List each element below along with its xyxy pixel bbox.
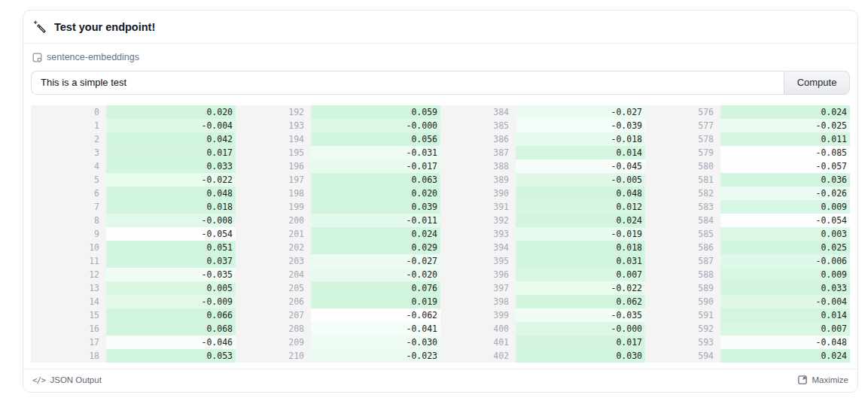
table-row: 584-0.054 bbox=[645, 214, 850, 227]
table-row: 400-0.000 bbox=[440, 322, 645, 336]
table-row: 3960.007 bbox=[440, 268, 645, 281]
table-row: 210-0.023 bbox=[236, 349, 440, 363]
embedding-value: -0.025 bbox=[720, 119, 850, 132]
compute-button[interactable]: Compute bbox=[784, 71, 850, 95]
embedding-index: 577 bbox=[645, 119, 720, 132]
embedding-index: 13 bbox=[31, 281, 106, 295]
table-row: 1-0.004 bbox=[31, 119, 236, 132]
embedding-value: -0.005 bbox=[516, 173, 645, 187]
table-row: 593-0.048 bbox=[645, 336, 850, 349]
table-row: 5-0.022 bbox=[31, 173, 236, 187]
table-row: 2010.024 bbox=[236, 227, 440, 241]
embedding-index: 590 bbox=[645, 295, 720, 308]
embedding-index: 18 bbox=[31, 349, 106, 363]
embedding-value: 0.056 bbox=[311, 132, 440, 146]
maximize-icon bbox=[798, 375, 807, 384]
embedding-column-group: 5760.024577-0.0255780.011579-0.085580-0.… bbox=[645, 105, 850, 363]
embedding-value: -0.035 bbox=[106, 268, 236, 281]
table-row: 209-0.030 bbox=[236, 336, 440, 349]
embedding-value: 0.036 bbox=[720, 173, 850, 187]
table-row: 389-0.005 bbox=[440, 173, 645, 187]
model-name: sentence-embeddings bbox=[47, 52, 139, 62]
embedding-index: 584 bbox=[645, 214, 720, 227]
embedding-value: 0.051 bbox=[106, 241, 236, 254]
model-link[interactable]: sentence-embeddings bbox=[32, 52, 139, 62]
embedding-index: 9 bbox=[31, 227, 106, 241]
card-header: Test your endpoint! bbox=[23, 11, 857, 44]
json-output-toggle[interactable]: </> JSON Output bbox=[32, 375, 102, 384]
embedding-value: 0.024 bbox=[720, 349, 850, 363]
embedding-value: 0.017 bbox=[516, 336, 645, 349]
embedding-value: 0.048 bbox=[516, 187, 645, 200]
table-row: 8-0.008 bbox=[31, 214, 236, 227]
table-row: 579-0.085 bbox=[645, 146, 850, 159]
embedding-index: 387 bbox=[440, 146, 516, 159]
embedding-index: 204 bbox=[236, 268, 311, 281]
table-row: 5920.007 bbox=[645, 322, 850, 336]
embedding-index: 585 bbox=[645, 227, 720, 241]
table-row: 1990.039 bbox=[236, 200, 440, 214]
table-row: 1970.063 bbox=[236, 173, 440, 187]
query-input[interactable] bbox=[31, 71, 784, 95]
embedding-index: 386 bbox=[440, 132, 516, 146]
embedding-index: 206 bbox=[236, 295, 311, 308]
embedding-value: -0.022 bbox=[516, 281, 645, 295]
embedding-index: 201 bbox=[236, 227, 311, 241]
table-row: 399-0.035 bbox=[440, 308, 645, 322]
code-icon: </> bbox=[32, 375, 45, 384]
embedding-column-group: 00.0201-0.00420.04230.01740.0335-0.02260… bbox=[31, 105, 236, 363]
table-row: 3900.048 bbox=[440, 187, 645, 200]
embedding-index: 205 bbox=[236, 281, 311, 295]
embedding-index: 581 bbox=[645, 173, 720, 187]
embedding-index: 0 bbox=[31, 105, 106, 119]
model-cube-icon bbox=[32, 53, 42, 62]
embedding-value: 0.007 bbox=[516, 268, 645, 281]
embedding-value: -0.057 bbox=[720, 159, 850, 173]
table-row: 384-0.027 bbox=[440, 105, 645, 119]
embedding-value: -0.020 bbox=[311, 268, 440, 281]
table-row: 5810.036 bbox=[645, 173, 850, 187]
embedding-index: 210 bbox=[236, 349, 311, 363]
table-row: 9-0.054 bbox=[31, 227, 236, 241]
table-row: 388-0.045 bbox=[440, 159, 645, 173]
maximize-button[interactable]: Maximize bbox=[798, 375, 848, 384]
embedding-index: 391 bbox=[440, 200, 516, 214]
table-row: 1940.056 bbox=[236, 132, 440, 146]
table-row: 5760.024 bbox=[645, 105, 850, 119]
embedding-index: 8 bbox=[31, 214, 106, 227]
embedding-index: 12 bbox=[31, 268, 106, 281]
embedding-value: 0.033 bbox=[720, 281, 850, 295]
embedding-index: 389 bbox=[440, 173, 516, 187]
embedding-value: 0.059 bbox=[311, 105, 440, 119]
embedding-value: -0.027 bbox=[516, 105, 645, 119]
embeddings-table: 00.0201-0.00420.04230.01740.0335-0.02260… bbox=[31, 105, 850, 363]
table-row: 180.053 bbox=[31, 349, 236, 363]
embedding-index: 588 bbox=[645, 268, 720, 281]
embedding-index: 207 bbox=[236, 308, 311, 322]
embedding-value: 0.048 bbox=[106, 187, 236, 200]
embedding-index: 392 bbox=[440, 214, 516, 227]
embedding-index: 197 bbox=[236, 173, 311, 187]
embedding-value: 0.037 bbox=[106, 254, 236, 268]
embedding-index: 14 bbox=[31, 295, 106, 308]
embedding-index: 2 bbox=[31, 132, 106, 146]
embedding-column-group: 384-0.027385-0.039386-0.0183870.014388-0… bbox=[440, 105, 645, 363]
table-row: 2060.019 bbox=[236, 295, 440, 308]
embedding-value: -0.008 bbox=[106, 214, 236, 227]
table-row: 3920.024 bbox=[440, 214, 645, 227]
table-row: 204-0.020 bbox=[236, 268, 440, 281]
embedding-value: 0.018 bbox=[106, 200, 236, 214]
embedding-value: -0.031 bbox=[311, 146, 440, 159]
embedding-value: -0.030 bbox=[311, 336, 440, 349]
table-row: 150.066 bbox=[31, 308, 236, 322]
embedding-index: 593 bbox=[645, 336, 720, 349]
table-row: 60.048 bbox=[31, 187, 236, 200]
embedding-value: -0.022 bbox=[106, 173, 236, 187]
table-row: 70.018 bbox=[31, 200, 236, 214]
embedding-value: 0.066 bbox=[106, 308, 236, 322]
table-row: 160.068 bbox=[31, 322, 236, 336]
embedding-value: 0.005 bbox=[106, 281, 236, 295]
table-row: 1980.020 bbox=[236, 187, 440, 200]
table-row: 5880.009 bbox=[645, 268, 850, 281]
table-row: 00.020 bbox=[31, 105, 236, 119]
